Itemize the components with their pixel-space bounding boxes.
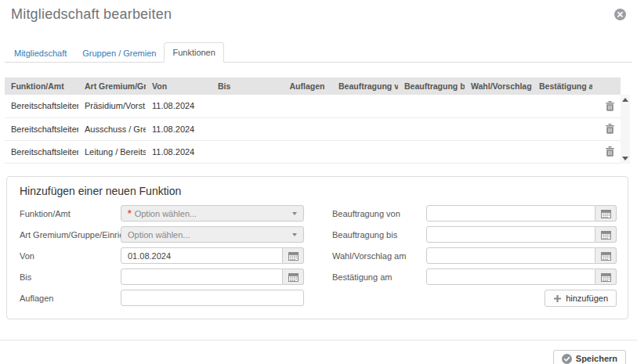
tab-funktionen[interactable]: Funktionen [164,42,223,63]
cell-funktion: Bereitschaftsleiter [5,95,78,117]
beauftragung-von-calendar-button[interactable] [595,205,617,222]
add-function-panel: Hinzufügen einer neuen Funktion Funktion… [6,176,628,319]
cell-funktion: Bereitschaftsleiter [5,117,78,140]
cell-von: 11.08.2024 [146,117,212,140]
delete-row-button[interactable] [604,99,616,113]
auflagen-input[interactable] [121,290,304,306]
scroll-up-icon[interactable] [622,98,628,102]
table-header-row: Funktion/Amt Art Gremium/Grupp... Von Bi… [5,77,621,95]
table-row: Bereitschaftsleiter Präsidium/Vorst... 1… [5,95,621,117]
col-funktion-amt: Funktion/Amt [5,77,78,95]
trash-icon [606,124,614,134]
table-scrollbar[interactable] [621,95,630,164]
calendar-icon [288,272,299,282]
close-button[interactable] [614,9,626,20]
col-actions [592,77,621,95]
bis-input[interactable] [121,268,283,285]
von-label: Von [20,251,121,261]
dialog-footer: Speichern [0,341,637,364]
check-circle-icon [562,354,572,364]
art-gremium-select-value: Option wählen... [128,230,190,240]
dialog-header: Mitgliedschaft bearbeiten [0,0,637,25]
save-button-label: Speichern [576,354,617,363]
delete-row-button[interactable] [604,145,616,158]
col-bis: Bis [212,77,282,95]
calendar-icon [601,251,611,261]
von-calendar-button[interactable] [283,247,304,264]
art-gremium-label: Art Gremium/Gruppe/Einric... [20,230,121,240]
calendar-icon [601,209,611,218]
cell-art: Ausschuss / Gre... [78,117,146,140]
cell-art: Leitung / Bereits... [78,140,146,163]
art-gremium-select[interactable]: Option wählen... [121,226,304,243]
col-von: Von [146,77,212,95]
trash-icon [606,146,614,157]
add-button[interactable]: hinzufügen [545,290,617,307]
table-row: Bereitschaftsleiter Ausschuss / Gre... 1… [5,117,621,140]
beauftragung-von-input[interactable] [426,205,595,222]
close-icon [614,9,626,20]
cell-funktion: Bereitschaftsleiter [5,140,78,163]
funktion-amt-label: Funktion/Amt [20,209,121,218]
panel-title: Hinzufügen einer neuen Funktion [20,185,618,197]
auflagen-label: Auflagen [20,294,121,303]
wahl-vorschlag-am-calendar-button[interactable] [595,247,617,264]
plus-icon [553,294,562,303]
trash-icon [606,101,614,111]
wahl-vorschlag-am-label: Wahl/Vorschlag am [332,251,426,261]
bestaetigung-am-input[interactable] [426,268,595,285]
funktion-amt-select-value: Option wählen... [135,209,197,218]
beauftragung-bis-input[interactable] [426,226,595,243]
wahl-vorschlag-am-input[interactable] [426,247,595,264]
calendar-icon [601,230,611,240]
col-wahl-vorschlag-am: Wahl/Vorschlag am [465,77,533,95]
bestaetigung-am-calendar-button[interactable] [595,268,617,285]
bis-label: Bis [20,272,121,282]
cell-von: 11.08.2024 [146,95,212,117]
cell-art: Präsidium/Vorst... [78,95,146,117]
functions-table-wrap: Funktion/Amt Art Gremium/Grupp... Von Bi… [5,77,630,164]
functions-table: Funktion/Amt Art Gremium/Grupp... Von Bi… [5,77,621,164]
cell-von: 11.08.2024 [146,140,212,163]
scroll-down-icon[interactable] [622,157,628,160]
add-button-label: hinzufügen [566,294,608,303]
delete-row-button[interactable] [604,122,616,135]
required-marker: * [128,208,132,219]
beauftragung-bis-label: Beauftragung bis [332,230,426,240]
caret-down-icon [292,212,297,215]
table-row: Bereitschaftsleiter Leitung / Bereits...… [5,140,621,163]
col-bestaetigung-am: Bestätigung am [533,77,592,95]
von-input[interactable] [121,247,283,264]
tab-bar: Mitgliedschaft Gruppen / Gremien Funktio… [5,42,632,63]
beauftragung-bis-calendar-button[interactable] [595,226,617,243]
col-auflagen: Auflagen [282,77,332,95]
bis-calendar-button[interactable] [283,268,304,285]
calendar-icon [288,251,299,261]
save-button[interactable]: Speichern [553,350,626,364]
caret-down-icon [292,233,297,236]
col-beauftragung-bis: Beauftragung bis [398,77,465,95]
col-beauftragung-von: Beauftragung von [332,77,398,95]
calendar-icon [601,272,611,282]
edit-membership-dialog: Mitgliedschaft bearbeiten Mitgliedschaft… [0,0,637,364]
bestaetigung-am-label: Bestätigung am [332,272,426,282]
page-title: Mitgliedschaft bearbeiten [11,6,172,23]
tab-gruppen-gremien[interactable]: Gruppen / Gremien [74,44,164,63]
tab-mitgliedschaft[interactable]: Mitgliedschaft [6,44,74,63]
col-art-gremium: Art Gremium/Grupp... [78,77,146,95]
funktion-amt-select[interactable]: * Option wählen... [121,205,304,222]
beauftragung-von-label: Beauftragung von [332,209,426,218]
